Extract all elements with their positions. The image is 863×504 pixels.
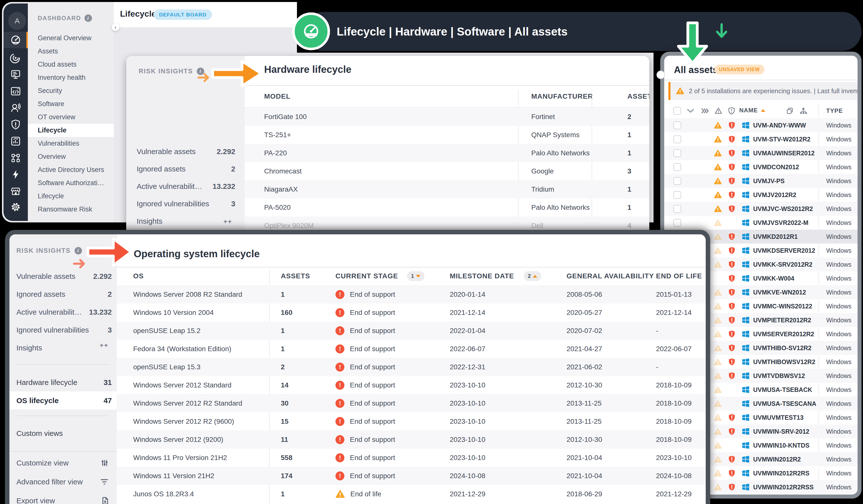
chevron-down-icon[interactable]	[687, 109, 694, 113]
rail-item-marketplace[interactable]	[3, 182, 28, 199]
insight-item[interactable]: Vulnerable assets 2.292	[126, 143, 245, 160]
table-row[interactable]: Windows Server 2008 R2 Standard 1 ! End …	[117, 285, 706, 303]
table-row[interactable]: Fedora 34 (Workstation Edition) 1 ! End …	[117, 340, 706, 358]
action-item[interactable]: Customize view	[10, 454, 117, 473]
info-icon[interactable]: i	[85, 14, 92, 22]
action-item[interactable]: Advanced filter view	[10, 473, 117, 491]
nav-item[interactable]: Active Directory Users	[28, 163, 114, 176]
rail-item-automation[interactable]	[3, 166, 28, 182]
insight-item[interactable]: Ignored vulnerabilities 3	[126, 195, 245, 213]
rail-item-reports[interactable]	[3, 133, 28, 149]
row-checkbox[interactable]	[673, 216, 681, 230]
view-item[interactable]: Hardware lifecycle 31	[10, 373, 117, 391]
column-header-current-stage[interactable]: CURRENT STAGE	[336, 267, 398, 285]
table-row[interactable]: Windows 10 Version 2004 160 ! End of sup…	[117, 303, 706, 322]
nav-item[interactable]: Software Authorizati…	[28, 176, 114, 190]
warning-column-icon[interactable]	[715, 108, 722, 114]
table-row[interactable]: FortiGate 100 Fortinet 2 ! End of suppor…	[245, 108, 649, 126]
nav-item[interactable]: Lifecycle	[28, 190, 114, 203]
table-row[interactable]: UVMJV2012R2 Windows	[664, 188, 858, 202]
table-row[interactable]: UVM-STV-W2012R2 Windows	[664, 132, 858, 146]
table-row[interactable]: openSUSE Leap 15.2 1 ! End of support	[117, 322, 706, 340]
view-item[interactable]: OS lifecycle 47	[10, 391, 117, 410]
nav-item[interactable]: OT overview	[28, 111, 114, 124]
table-row[interactable]: UVM-ANDY-WWW Windows	[664, 118, 858, 132]
nav-item[interactable]: General Overview	[28, 32, 114, 45]
row-checkbox[interactable]	[673, 188, 681, 202]
rail-item-users[interactable]	[3, 100, 28, 116]
milestone-sort-chip[interactable]: 2	[524, 267, 541, 285]
table-row[interactable]: UVMJV-PS Windows	[664, 174, 858, 188]
column-header-name[interactable]: NAME	[739, 107, 765, 114]
custom-views-item[interactable]: Custom views	[10, 425, 124, 442]
table-row[interactable]: UVMJVSVR2022-M Windows	[664, 216, 858, 230]
action-item[interactable]: Export view	[10, 491, 117, 504]
column-header-os[interactable]: OS	[133, 267, 143, 285]
table-row[interactable]: openSUSE Leap 15.3 2 ! End of support	[117, 358, 706, 376]
nav-item[interactable]: Software	[28, 98, 114, 111]
rail-item-settings[interactable]	[3, 199, 28, 215]
row-checkbox[interactable]	[673, 132, 681, 146]
sidebar-collapse-button[interactable]: ‹	[112, 23, 120, 31]
table-row[interactable]: UVMAUWINSER2012 Windows	[664, 146, 858, 160]
insight-item[interactable]: Ignored vulnerabilities 3	[10, 321, 117, 339]
nav-item[interactable]: Cloud assets	[28, 58, 114, 71]
nav-item[interactable]: Vulnerabilities	[28, 137, 114, 150]
insight-item[interactable]: Active vulnerabilit… 13.232	[10, 303, 117, 321]
rail-item-dashboards[interactable]	[3, 32, 28, 48]
table-row[interactable]: Windows Server 2012 R2 (9600) 15 ! End o…	[117, 412, 706, 430]
info-icon[interactable]: i	[75, 247, 82, 254]
row-checkbox[interactable]	[673, 146, 681, 160]
avatar[interactable]: A	[8, 12, 26, 30]
table-row[interactable]: Windows 11 Version 21H2 174 ! End of sup…	[117, 467, 706, 485]
column-header-ga[interactable]: GENERAL AVAILABILITY	[566, 267, 654, 285]
table-row[interactable]: UVMDCON2012 Windows	[664, 160, 858, 174]
insight-item[interactable]: Ignored assets 2	[10, 285, 117, 303]
rail-item-radar[interactable]	[3, 50, 28, 66]
stage-filter-chip[interactable]: 1	[407, 267, 424, 285]
copies-icon[interactable]	[787, 108, 793, 114]
column-header-model[interactable]: MODEL	[264, 85, 290, 108]
table-row[interactable]: Windows 11 Pro Version 21H2 558 ! End of…	[117, 449, 706, 467]
row-checkbox[interactable]	[673, 174, 681, 188]
table-row[interactable]: PA-220 Palo Alto Networks 1 ! End of sup…	[245, 144, 649, 162]
column-header-eol[interactable]: END OF LIFE	[656, 267, 702, 285]
column-header-type[interactable]: TYPE	[826, 108, 843, 114]
column-header-assets[interactable]: ASSETS	[627, 85, 649, 108]
column-header-manufacturer[interactable]: MANUFACTURER	[531, 85, 593, 108]
insight-item[interactable]: Ignored assets 2	[126, 160, 245, 178]
nav-item[interactable]: Overview	[28, 150, 114, 163]
select-all-checkbox[interactable]	[673, 107, 681, 115]
rail-item-software[interactable]	[3, 83, 28, 99]
nav-item[interactable]: Inventory health	[28, 71, 114, 84]
nav-item[interactable]: Lifecycle	[28, 124, 114, 137]
info-icon[interactable]: i	[197, 67, 204, 75]
insight-item[interactable]: Vulnerable assets 2.292	[10, 267, 117, 285]
row-checkbox[interactable]	[673, 118, 681, 132]
table-row[interactable]: Junos OS 18.2R3.4 1 ! End of life	[117, 485, 706, 503]
shield-column-icon[interactable]	[728, 107, 735, 115]
table-row[interactable]: Chromecast Google 3 ! End of support	[245, 162, 649, 180]
alert-bar[interactable]: 2 of 5 installations are experiencing is…	[668, 82, 858, 100]
insight-item[interactable]: Active vulnerabilit… 13.232	[126, 178, 245, 195]
hierarchy-icon[interactable]	[800, 108, 807, 114]
row-checkbox[interactable]	[673, 160, 681, 174]
table-row[interactable]: Windows Server 2012 (9200) 11 ! End of s…	[117, 430, 706, 449]
rail-item-integrations[interactable]	[3, 150, 28, 166]
column-header-milestone[interactable]: MILESTONE DATE	[450, 267, 514, 285]
rail-item-assets[interactable]	[3, 66, 28, 83]
nav-item[interactable]: Assets	[28, 45, 114, 58]
row-checkbox[interactable]	[673, 202, 681, 216]
table-row[interactable]: TS-251+ QNAP Systems 1 ! End of support	[245, 126, 649, 144]
triple-chevron-icon[interactable]	[701, 108, 710, 114]
column-header-assets[interactable]: ASSETS	[281, 267, 310, 285]
table-row[interactable]: Windows Server 2012 Standard 14 ! End of…	[117, 376, 706, 394]
table-row[interactable]: NiagaraAX Tridium 1 ! End of support	[245, 180, 649, 198]
table-row[interactable]: Windows Server 2012 R2 Standard 30 ! End…	[117, 394, 706, 412]
nav-item[interactable]: Ransomware Risk	[28, 203, 114, 216]
rail-item-security[interactable]	[3, 116, 28, 133]
table-row[interactable]: UVMJVC-WS2012R2 Windows	[664, 202, 858, 216]
table-row[interactable]: PA-5020 Palo Alto Networks 1 ! End of su…	[245, 198, 649, 216]
nav-item[interactable]: Security	[28, 84, 114, 98]
panel-collapse-handle[interactable]	[656, 71, 665, 79]
